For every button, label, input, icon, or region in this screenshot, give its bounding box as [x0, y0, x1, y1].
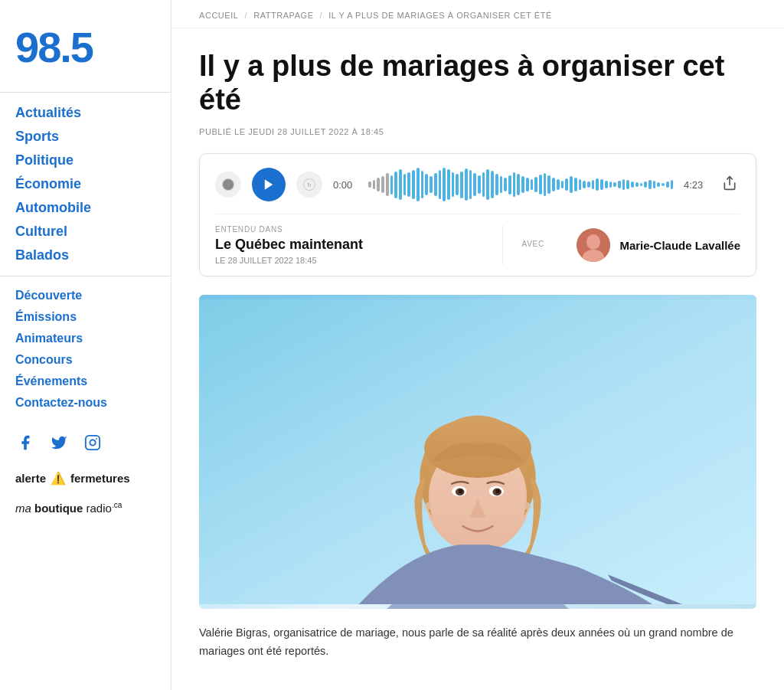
audio-host-label: AVEC	[521, 240, 567, 248]
boutique-radio-link[interactable]: ma boutique radio.ca	[0, 492, 171, 525]
warning-icon: ⚠️	[51, 471, 66, 486]
audio-play-button[interactable]	[252, 168, 286, 201]
article-caption: Valérie Bigras, organisatrice de mariage…	[199, 624, 756, 659]
boutique-name: boutique	[34, 502, 83, 515]
sidebar-item-animateurs[interactable]: Animateurs	[15, 332, 155, 345]
sidebar-item-economie[interactable]: Économie	[15, 176, 155, 192]
sidebar-item-politique[interactable]: Politique	[15, 152, 155, 168]
boutique-ma: ma	[15, 502, 31, 515]
sidebar-logo[interactable]: 98.5	[0, 18, 171, 92]
audio-forward-button[interactable]: ↻	[296, 172, 322, 198]
sidebar-item-decouverte[interactable]: Découverte	[15, 289, 155, 302]
facebook-icon[interactable]	[15, 433, 35, 453]
article-title: Il y a plus de mariages à organiser cet …	[199, 50, 756, 116]
sidebar-item-balados[interactable]: Balados	[15, 247, 155, 263]
audio-share-button[interactable]	[719, 172, 740, 198]
breadcrumb-current: IL Y A PLUS DE MARIAGES À ORGANISER CET …	[328, 11, 552, 20]
sidebar-social-links	[0, 417, 171, 465]
audio-meta: ENTENDU DANS Le Québec maintenant LE 28 …	[215, 214, 740, 276]
boutique-dot: .ca	[112, 501, 122, 509]
audio-current-time: 0:00	[333, 179, 358, 191]
sidebar-item-culturel[interactable]: Culturel	[15, 224, 155, 240]
sidebar-main-nav: Actualités Sports Politique Économie Aut…	[0, 92, 171, 271]
breadcrumb-sep-2: /	[320, 11, 323, 20]
svg-point-24	[424, 502, 432, 510]
audio-total-time: 4:23	[684, 179, 708, 191]
host-avatar	[577, 228, 610, 262]
audio-meta-show: ENTENDU DANS Le Québec maintenant LE 28 …	[215, 225, 502, 265]
audio-show-label: ENTENDU DANS	[215, 225, 487, 234]
alerte-fermetures-link[interactable]: alerte ⚠️ fermetures	[0, 465, 171, 492]
sidebar-decouverte-section: Découverte Émissions Animateurs Concours…	[0, 276, 171, 417]
sidebar-item-concours[interactable]: Concours	[15, 353, 155, 367]
article-published-date: PUBLIÉ LE JEUDI 28 JUILLET 2022 À 18:45	[199, 127, 756, 136]
svg-point-22	[459, 489, 463, 494]
audio-show-date: LE 28 JUILLET 2022 18:45	[215, 256, 487, 265]
sidebar: 98.5 Actualités Sports Politique Économi…	[0, 0, 172, 690]
svg-point-23	[495, 489, 500, 494]
main-content: ACCUEIL / RATTRAPAGE / IL Y A PLUS DE MA…	[172, 0, 784, 690]
sidebar-item-sports[interactable]: Sports	[15, 129, 155, 145]
breadcrumb-sep-1: /	[245, 11, 248, 20]
instagram-icon[interactable]	[83, 433, 103, 453]
sidebar-item-evenements[interactable]: Événements	[15, 374, 155, 388]
alerte-text: alerte	[15, 472, 46, 485]
logo-text: 98.5	[15, 26, 155, 69]
svg-marker-4	[265, 180, 273, 191]
svg-point-25	[524, 502, 531, 510]
twitter-icon[interactable]	[49, 433, 69, 453]
article-image	[199, 295, 756, 609]
breadcrumb: ACCUEIL / RATTRAPAGE / IL Y A PLUS DE MA…	[172, 0, 784, 28]
audio-controls: ↺ ↻ 0:00 4:23	[215, 168, 740, 201]
audio-player: ↺ ↻ 0:00 4:23	[199, 153, 756, 276]
sidebar-item-emissions[interactable]: Émissions	[15, 310, 155, 324]
svg-text:↻: ↻	[307, 182, 312, 188]
sidebar-item-contactez-nous[interactable]: Contactez-nous	[15, 396, 155, 410]
sidebar-item-automobile[interactable]: Automobile	[15, 200, 155, 216]
svg-point-9	[586, 234, 600, 250]
svg-rect-0	[86, 436, 100, 450]
audio-waveform[interactable]	[368, 169, 673, 200]
audio-show-title[interactable]: Le Québec maintenant	[215, 237, 487, 253]
sidebar-item-actualites[interactable]: Actualités	[15, 105, 155, 121]
article: Il y a plus de mariages à organiser cet …	[172, 28, 784, 660]
audio-meta-host: AVEC Marie-Claude Lavallée	[502, 225, 740, 265]
boutique-radio: radio	[87, 502, 112, 515]
audio-rewind-button[interactable]: ↺	[215, 172, 241, 198]
breadcrumb-rattrapage[interactable]: RATTRAPAGE	[253, 11, 313, 20]
svg-text:↺: ↺	[226, 182, 230, 188]
host-name[interactable]: Marie-Claude Lavallée	[619, 239, 740, 252]
breadcrumb-home[interactable]: ACCUEIL	[199, 11, 239, 20]
fermetures-text: fermetures	[70, 472, 130, 485]
